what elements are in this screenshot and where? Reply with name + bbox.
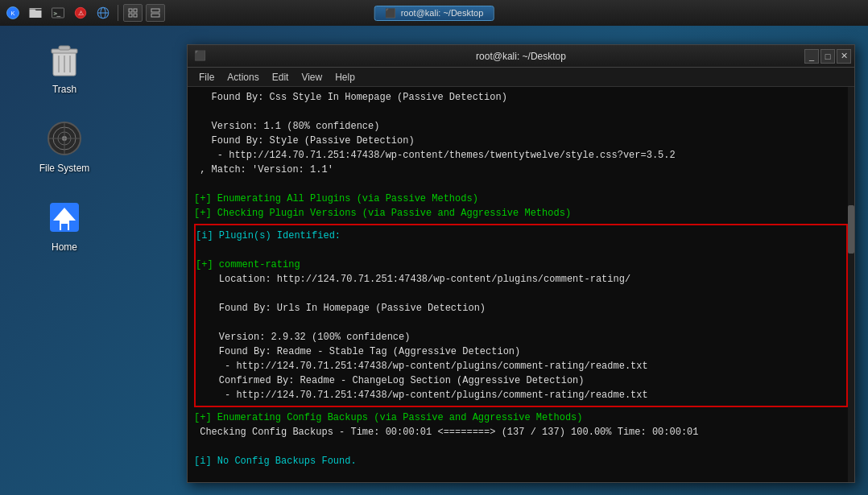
- term-line-14: [194, 468, 848, 479]
- taskbar: K >_ ⚠: [0, 0, 868, 26]
- plugin-highlight-box: [i] Plugin(s) Identified: [+] comment-ra…: [194, 224, 848, 407]
- file-manager-taskbar-icon[interactable]: [26, 3, 45, 23]
- desktop-icons-container: Trash File System: [32, 40, 97, 253]
- terminal-scrollbar[interactable]: [848, 87, 854, 482]
- taskbar-separator: [118, 5, 118, 21]
- desktop-icon-trash[interactable]: Trash: [32, 40, 97, 95]
- desktop: K >_ ⚠: [0, 0, 868, 495]
- term-line-4: Found By: Style (Passive Detection): [194, 134, 848, 148]
- svg-rect-13: [134, 14, 137, 17]
- trash-icon: [45, 40, 84, 79]
- term-highlight-1: [i] Plugin(s) Identified:: [196, 229, 846, 243]
- menu-help[interactable]: Help: [330, 70, 360, 85]
- svg-rect-11: [134, 9, 137, 12]
- terminal-content[interactable]: Found By: Css Style In Homepage (Passive…: [194, 90, 848, 479]
- term-highlight-10: - http://124.70.71.251:47438/wp-content/…: [196, 359, 846, 373]
- filesystem-label: File System: [39, 163, 90, 174]
- term-line-2: [194, 105, 848, 119]
- filesystem-icon: [45, 119, 84, 158]
- terminal-title-icon: ⬛: [194, 50, 207, 63]
- term-line-5: - http://124.70.71.251:47438/wp-content/…: [194, 148, 848, 163]
- kali-logo-icon[interactable]: K: [3, 3, 23, 23]
- menu-file[interactable]: File: [194, 70, 219, 85]
- term-highlight-8: Version: 2.9.32 (100% confidence): [196, 330, 846, 344]
- term-highlight-4: Location: http://124.70.71.251:47438/wp-…: [196, 272, 846, 287]
- home-icon: [45, 198, 84, 237]
- terminal-controls: _ □ ✕: [804, 49, 851, 64]
- maximize-button[interactable]: □: [820, 49, 835, 64]
- term-line-1: Found By: Css Style In Homepage (Passive…: [194, 90, 848, 105]
- terminal-taskbar-icon[interactable]: >_: [48, 3, 68, 23]
- taskbar-layout-btn[interactable]: [146, 4, 165, 22]
- active-window-title: root@kali: ~/Desktop: [401, 8, 484, 18]
- svg-rect-31: [61, 224, 68, 230]
- taskbar-resize-btn[interactable]: [123, 4, 143, 22]
- term-line-9: [+] Checking Plugin Versions (via Passiv…: [194, 206, 848, 221]
- term-line-10: [+] Enumerating Config Backups (via Pass…: [194, 410, 848, 425]
- term-highlight-6: Found By: Urls In Homepage (Passive Dete…: [196, 301, 846, 316]
- svg-rect-10: [129, 9, 132, 12]
- term-highlight-7: [196, 316, 846, 330]
- term-line-12: [194, 439, 848, 454]
- active-window-taskbar[interactable]: ⬛ root@kali: ~/Desktop: [374, 6, 494, 21]
- term-line-3: Version: 1.1 (80% confidence): [194, 119, 848, 134]
- menu-view[interactable]: View: [296, 70, 327, 85]
- red-app-icon[interactable]: ⚠: [71, 3, 90, 23]
- svg-rect-18: [59, 46, 70, 50]
- svg-rect-12: [129, 14, 132, 17]
- home-label: Home: [52, 241, 77, 253]
- menu-edit[interactable]: Edit: [267, 70, 294, 85]
- minimize-button[interactable]: _: [804, 49, 819, 64]
- terminal-titlebar: ⬛ root@kali: ~/Desktop _ □ ✕: [188, 45, 854, 68]
- term-highlight-9: Found By: Readme - Stable Tag (Aggressiv…: [196, 344, 846, 359]
- terminal-menubar: File Actions Edit View Help: [188, 68, 854, 87]
- desktop-icon-home[interactable]: Home: [32, 198, 97, 253]
- trash-label: Trash: [52, 84, 76, 95]
- desktop-icon-filesystem[interactable]: File System: [32, 119, 97, 174]
- terminal-scrollbar-thumb[interactable]: [848, 205, 854, 254]
- term-line-13: [i] No Config Backups Found.: [194, 454, 848, 468]
- svg-text:⚠: ⚠: [78, 10, 84, 17]
- taskbar-left: K >_ ⚠: [0, 3, 165, 23]
- term-line-8: [+] Enumerating All Plugins (via Passive…: [194, 192, 848, 206]
- term-line-11: Checking Config Backups - Time: 00:00:01…: [194, 425, 848, 439]
- terminal-title: root@kali: ~/Desktop: [476, 51, 566, 62]
- terminal-body: Found By: Css Style In Homepage (Passive…: [188, 87, 854, 482]
- terminal-window: ⬛ root@kali: ~/Desktop _ □ ✕ File Action…: [187, 44, 855, 483]
- term-highlight-2: [196, 243, 846, 258]
- term-highlight-11: Confirmed By: Readme - ChangeLog Section…: [196, 373, 846, 388]
- svg-rect-14: [151, 9, 159, 12]
- svg-rect-15: [151, 14, 159, 17]
- active-window-icon: ⬛: [385, 8, 396, 19]
- close-button[interactable]: ✕: [837, 49, 851, 64]
- browser-icon[interactable]: [93, 3, 113, 23]
- svg-text:K: K: [10, 10, 14, 17]
- term-highlight-5: [196, 287, 846, 301]
- term-line-7: [194, 177, 848, 192]
- svg-rect-2: [30, 8, 42, 10]
- term-line-6: , Match: 'Version: 1.1': [194, 163, 848, 177]
- term-highlight-3: [+] comment-rating: [196, 258, 846, 272]
- svg-text:>_: >_: [54, 10, 61, 17]
- menu-actions[interactable]: Actions: [222, 70, 263, 85]
- term-highlight-12: - http://124.70.71.251:47438/wp-content/…: [196, 388, 846, 402]
